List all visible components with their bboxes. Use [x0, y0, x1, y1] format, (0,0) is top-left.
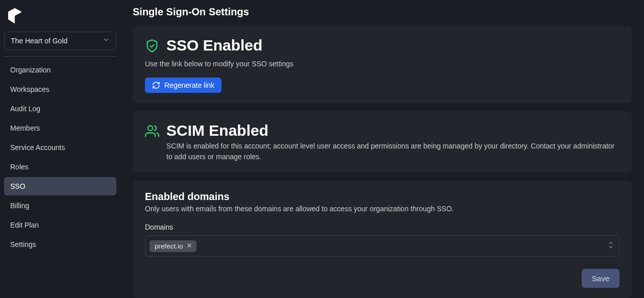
org-name: The Heart of Gold — [11, 37, 67, 45]
sidebar-nav: Organization Workspaces Audit Log Member… — [4, 61, 116, 255]
svg-point-0 — [148, 126, 153, 131]
sidebar-item-settings[interactable]: Settings — [4, 235, 116, 254]
sidebar-label: Billing — [10, 202, 29, 210]
sidebar-item-service-accounts[interactable]: Service Accounts — [4, 138, 116, 157]
sidebar-label: Roles — [10, 163, 29, 171]
sidebar-label: Members — [10, 124, 40, 132]
refresh-icon — [152, 81, 160, 89]
save-button[interactable]: Save — [582, 269, 620, 288]
shield-check-icon — [145, 39, 159, 53]
close-icon[interactable] — [186, 242, 192, 250]
page-title: Single Sign-On Settings — [133, 6, 632, 18]
sidebar-label: Audit Log — [10, 105, 40, 113]
sidebar-label: Settings — [10, 240, 36, 249]
sidebar-label: SSO — [10, 182, 26, 190]
domains-desc: Only users with emails from these domain… — [145, 205, 620, 213]
sidebar-label: Edit Plan — [10, 221, 39, 229]
domains-title: Enabled domains — [145, 191, 620, 203]
sidebar-item-sso[interactable]: SSO — [4, 177, 116, 195]
sidebar-label: Organization — [10, 66, 51, 74]
sso-status-card: SSO Enabled Use the link below to modify… — [133, 26, 632, 103]
sidebar-item-roles[interactable]: Roles — [4, 158, 116, 176]
domain-chip: prefect.io — [150, 240, 196, 252]
sidebar-item-organization[interactable]: Organization — [4, 61, 116, 79]
domain-chip-label: prefect.io — [155, 242, 183, 250]
select-sort-icon[interactable] — [608, 241, 614, 251]
scim-status-title: SCIM Enabled — [166, 121, 620, 140]
scim-card-desc: SCIM is enabled for this account; accoun… — [166, 141, 620, 162]
sidebar-item-workspaces[interactable]: Workspaces — [4, 80, 116, 98]
enabled-domains-card: Enabled domains Only users with emails f… — [133, 181, 632, 298]
domains-field-label: Domains — [145, 223, 620, 231]
org-selector[interactable]: The Heart of Gold — [4, 32, 116, 50]
users-icon — [145, 124, 159, 138]
chevron-down-icon — [103, 36, 110, 45]
sso-card-desc: Use the link below to modify your SSO se… — [145, 59, 620, 69]
regenerate-label: Regenerate link — [164, 81, 214, 89]
sidebar-label: Workspaces — [10, 85, 49, 93]
sidebar-item-audit-log[interactable]: Audit Log — [4, 100, 116, 118]
sso-status-title: SSO Enabled — [166, 36, 262, 55]
domains-input[interactable]: prefect.io — [145, 235, 620, 257]
logo — [4, 6, 116, 32]
sidebar-item-members[interactable]: Members — [4, 119, 116, 137]
scim-status-card: SCIM Enabled SCIM is enabled for this ac… — [133, 111, 632, 172]
divider — [4, 56, 116, 57]
main-content: Single Sign-On Settings SSO Enabled Use … — [120, 0, 644, 298]
regenerate-link-button[interactable]: Regenerate link — [145, 78, 221, 93]
sidebar-label: Service Accounts — [10, 143, 65, 152]
sidebar: The Heart of Gold Organization Workspace… — [0, 0, 120, 298]
sidebar-item-edit-plan[interactable]: Edit Plan — [4, 216, 116, 234]
sidebar-item-billing[interactable]: Billing — [4, 196, 116, 215]
